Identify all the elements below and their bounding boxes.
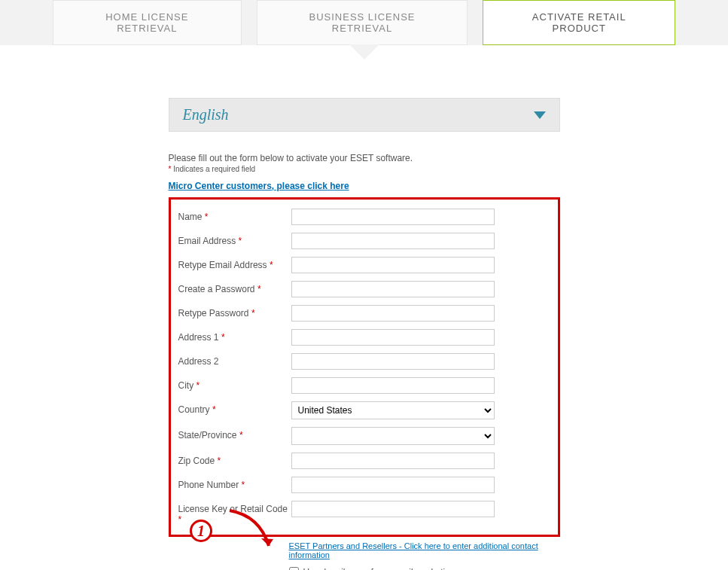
unsubscribe-checkbox[interactable] <box>289 567 299 570</box>
city-input[interactable] <box>291 377 495 394</box>
retype-email-label: Retype Email Address * <box>178 257 291 270</box>
partners-resellers-link[interactable]: ESET Partners and Resellers - Click here… <box>289 541 538 559</box>
zip-label: Zip Code * <box>178 453 291 466</box>
instructions-text: Please fill out the form below to activa… <box>169 153 560 163</box>
create-password-input[interactable] <box>291 281 495 297</box>
email-label: Email Address * <box>178 233 291 246</box>
language-selected-label: English <box>183 106 229 123</box>
city-label: City * <box>178 377 291 391</box>
retype-password-input[interactable] <box>291 305 495 322</box>
phone-input[interactable] <box>291 477 495 493</box>
license-key-input[interactable] <box>291 501 495 517</box>
email-input[interactable] <box>291 233 495 249</box>
retype-email-input[interactable] <box>291 257 495 273</box>
address1-input[interactable] <box>291 329 495 346</box>
content-area: English Please fill out the form below t… <box>0 45 728 570</box>
address1-label: Address 1 * <box>178 329 291 343</box>
state-select[interactable] <box>291 427 495 445</box>
activation-form: Name * Email Address * Retype Email Addr… <box>169 197 560 537</box>
chevron-down-icon <box>534 111 546 119</box>
name-input[interactable] <box>291 209 495 225</box>
name-label: Name * <box>178 209 291 222</box>
create-password-label: Create a Password * <box>178 281 291 294</box>
phone-label: Phone Number * <box>178 477 291 490</box>
language-selector[interactable]: English <box>169 98 560 132</box>
unsubscribe-label: Unsubscribe me from email marketing mess… <box>303 567 499 570</box>
tab-pointer-icon <box>349 44 379 59</box>
country-select[interactable]: United States <box>291 401 495 419</box>
micro-center-link[interactable]: Micro Center customers, please click her… <box>169 181 349 191</box>
country-label: Country * <box>178 401 291 415</box>
tab-business-license[interactable]: BUSINESS LICENSE RETRIEVAL <box>257 0 468 45</box>
address2-label: Address 2 <box>178 353 291 367</box>
required-note: * Indicates a required field <box>169 165 560 173</box>
state-label: State/Province * <box>178 427 291 440</box>
address2-input[interactable] <box>291 353 495 370</box>
retype-password-label: Retype Password * <box>178 305 291 319</box>
tab-home-license[interactable]: HOME LICENSE RETRIEVAL <box>53 0 242 45</box>
tabs-bar: HOME LICENSE RETRIEVAL BUSINESS LICENSE … <box>0 0 728 45</box>
zip-input[interactable] <box>291 453 495 469</box>
tab-activate-retail[interactable]: ACTIVATE RETAIL PRODUCT <box>483 0 675 45</box>
step-1-annotation-icon: 1 <box>190 520 212 542</box>
